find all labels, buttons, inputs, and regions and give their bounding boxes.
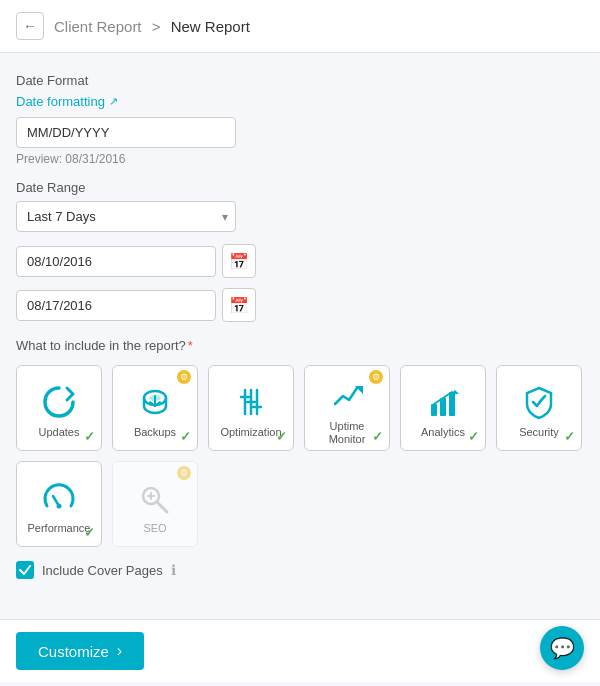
- info-icon[interactable]: ℹ: [171, 562, 176, 578]
- svg-rect-11: [440, 398, 446, 416]
- back-icon: ←: [23, 18, 37, 34]
- card-analytics[interactable]: ✓ Analytics: [400, 365, 486, 451]
- card-security[interactable]: ✓ Security: [496, 365, 582, 451]
- card-uptime-monitor[interactable]: ⚙ ✓ UptimeMonitor: [304, 365, 390, 451]
- calendar-icon-2: 📅: [229, 296, 249, 315]
- updates-icon: [37, 380, 81, 424]
- date-to-calendar-button[interactable]: 📅: [222, 288, 256, 322]
- performance-label: Performance: [28, 522, 91, 535]
- svg-line-17: [157, 502, 167, 512]
- date-from-row: 📅: [16, 244, 584, 278]
- updates-label: Updates: [39, 426, 80, 439]
- cover-pages-label: Include Cover Pages: [42, 563, 163, 578]
- chat-button[interactable]: 💬: [540, 626, 584, 670]
- date-format-link-row: Date formatting ↗: [16, 94, 584, 109]
- report-items-label: What to include in the report?*: [16, 338, 584, 353]
- date-from-input[interactable]: [16, 246, 216, 277]
- customize-arrow-icon: ›: [117, 642, 122, 660]
- cards-grid: ✓ Updates ⚙ ✓ Backups: [16, 365, 584, 547]
- calendar-icon: 📅: [229, 252, 249, 271]
- svg-rect-10: [431, 404, 437, 416]
- svg-point-15: [57, 504, 62, 509]
- uptime-icon: [325, 374, 369, 418]
- uptime-badge: ⚙: [369, 370, 383, 384]
- date-range-select-wrapper: Last 7 Days Last 30 Days Custom Range ▾: [16, 201, 236, 232]
- external-link-icon: ↗: [109, 95, 118, 108]
- date-to-row: 📅: [16, 288, 584, 322]
- card-seo[interactable]: ⚙ SEO: [112, 461, 198, 547]
- breadcrumb-separator: >: [152, 18, 161, 35]
- uptime-check: ✓: [372, 429, 383, 444]
- chat-icon: 💬: [550, 636, 575, 660]
- analytics-label: Analytics: [421, 426, 465, 439]
- cover-pages-checkbox[interactable]: [16, 561, 34, 579]
- backups-label: Backups: [134, 426, 176, 439]
- cover-pages-row: Include Cover Pages ℹ: [16, 561, 584, 579]
- security-check: ✓: [564, 429, 575, 444]
- main-content: Date Format Date formatting ↗ Preview: 0…: [0, 53, 600, 619]
- backups-check: ✓: [180, 429, 191, 444]
- analytics-check: ✓: [468, 429, 479, 444]
- date-from-calendar-button[interactable]: 📅: [222, 244, 256, 278]
- performance-check: ✓: [84, 525, 95, 540]
- updates-check: ✓: [84, 429, 95, 444]
- seo-label: SEO: [143, 522, 166, 535]
- uptime-label: UptimeMonitor: [329, 420, 366, 446]
- backups-icon: [133, 380, 177, 424]
- header: ← Client Report > New Report: [0, 0, 600, 53]
- customize-label: Customize: [38, 643, 109, 660]
- security-label: Security: [519, 426, 559, 439]
- card-updates[interactable]: ✓ Updates: [16, 365, 102, 451]
- card-performance[interactable]: ✓ Performance: [16, 461, 102, 547]
- date-format-input[interactable]: [16, 117, 236, 148]
- card-backups[interactable]: ⚙ ✓ Backups: [112, 365, 198, 451]
- svg-rect-12: [449, 392, 455, 416]
- date-formatting-link[interactable]: Date formatting: [16, 94, 105, 109]
- date-range-select[interactable]: Last 7 Days Last 30 Days Custom Range: [16, 201, 236, 232]
- date-format-label: Date Format: [16, 73, 584, 88]
- breadcrumb: Client Report > New Report: [54, 18, 250, 35]
- date-format-preview: Preview: 08/31/2016: [16, 152, 584, 166]
- customize-button[interactable]: Customize ›: [16, 632, 144, 670]
- date-to-input[interactable]: [16, 290, 216, 321]
- footer: Customize ›: [0, 619, 600, 682]
- optimization-label: Optimization: [220, 426, 281, 439]
- date-range-label: Date Range: [16, 180, 584, 195]
- card-optimization[interactable]: ✓ Optimization: [208, 365, 294, 451]
- optimization-check: ✓: [276, 429, 287, 444]
- analytics-icon: [421, 380, 465, 424]
- seo-badge: ⚙: [177, 466, 191, 480]
- seo-icon: [133, 476, 177, 520]
- performance-icon: [37, 476, 81, 520]
- optimization-icon: [229, 380, 273, 424]
- security-icon: [517, 380, 561, 424]
- breadcrumb-parent: Client Report: [54, 18, 142, 35]
- back-button[interactable]: ←: [16, 12, 44, 40]
- breadcrumb-current: New Report: [171, 18, 250, 35]
- backups-badge: ⚙: [177, 370, 191, 384]
